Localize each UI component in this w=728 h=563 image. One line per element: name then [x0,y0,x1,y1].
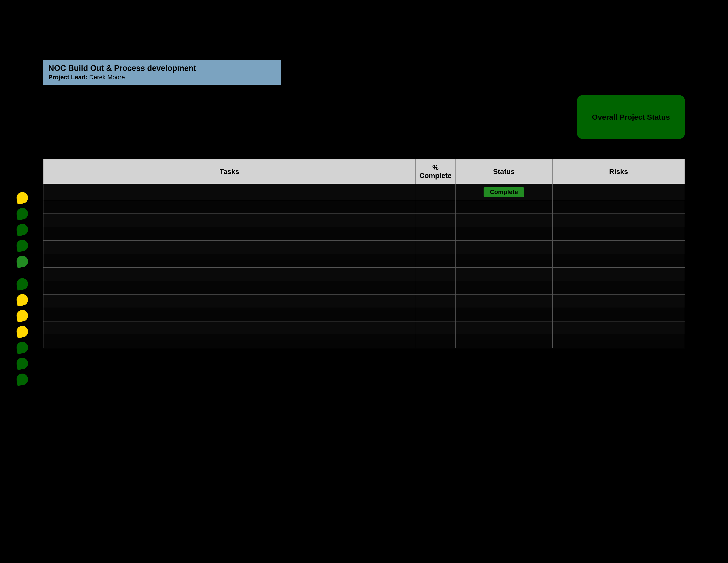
task-cell-3 [43,214,416,227]
task-cell-8 [43,281,416,295]
bullet-indicator-6 [16,277,29,291]
task-cell-2 [43,200,416,214]
table-row [43,241,685,254]
complete-cell-7 [416,267,455,281]
complete-cell-2 [416,200,455,214]
bullets-column [17,192,28,390]
table-row: Complete [43,184,685,200]
table-row [43,295,685,308]
table-row [43,335,685,349]
complete-cell-12 [416,335,455,349]
bullet-indicator-1 [16,191,29,204]
col-header-risks: Risks [552,159,685,184]
bullet-indicator-2 [16,207,29,220]
table-row [43,322,685,335]
col-header-tasks: Tasks [43,159,416,184]
status-cell-12 [455,335,552,349]
bullet-indicator-10 [16,341,29,354]
project-lead-label: Project Lead: [48,74,87,81]
main-table-container: Tasks % Complete Status Risks Complete [43,159,685,349]
status-cell-11 [455,322,552,335]
col-header-complete: % Complete [416,159,455,184]
bullet-indicator-11 [16,357,29,370]
bullet-indicator-3 [16,223,29,236]
status-cell-8 [455,281,552,295]
bullet-indicator-8 [16,309,29,322]
status-cell-9 [455,295,552,308]
complete-cell-10 [416,308,455,322]
risks-cell-7 [552,267,685,281]
risks-cell-10 [552,308,685,322]
status-cell-1: Complete [455,184,552,200]
complete-cell-9 [416,295,455,308]
task-cell-11 [43,322,416,335]
table-header-row: Tasks % Complete Status Risks [43,159,685,184]
status-cell-5 [455,241,552,254]
task-cell-9 [43,295,416,308]
bullet-indicator-9 [16,325,29,338]
task-cell-7 [43,267,416,281]
project-title: NOC Build Out & Process development [48,64,276,73]
complete-cell-4 [416,227,455,241]
table-row [43,227,685,241]
status-cell-3 [455,214,552,227]
risks-cell-5 [552,241,685,254]
bullet-indicator-7 [16,293,29,307]
complete-cell-5 [416,241,455,254]
table-row [43,308,685,322]
status-badge-complete: Complete [484,187,524,197]
project-lead-name: Derek Moore [89,74,125,81]
risks-cell-6 [552,254,685,267]
overall-status-box: Overall Project Status [577,95,685,139]
status-cell-7 [455,267,552,281]
risks-cell-12 [552,335,685,349]
overall-status-text: Overall Project Status [590,111,672,124]
complete-cell-6 [416,254,455,267]
risks-cell-11 [552,322,685,335]
task-cell-12 [43,335,416,349]
bullet-indicator-12 [16,373,29,386]
status-cell-2 [455,200,552,214]
status-cell-10 [455,308,552,322]
project-header: NOC Build Out & Process development Proj… [43,60,281,85]
complete-cell-1 [416,184,455,200]
task-cell-4 [43,227,416,241]
project-lead: Project Lead: Derek Moore [48,74,276,81]
risks-cell-3 [552,214,685,227]
table-row [43,214,685,227]
risks-cell-1 [552,184,685,200]
complete-cell-3 [416,214,455,227]
tasks-table: Tasks % Complete Status Risks Complete [43,159,685,349]
table-row [43,267,685,281]
task-cell-1 [43,184,416,200]
table-row [43,254,685,267]
status-cell-6 [455,254,552,267]
col-header-status: Status [455,159,552,184]
table-row [43,281,685,295]
complete-cell-11 [416,322,455,335]
bullet-indicator-4 [16,239,29,252]
table-row [43,200,685,214]
status-cell-4 [455,227,552,241]
task-cell-10 [43,308,416,322]
risks-cell-4 [552,227,685,241]
task-cell-6 [43,254,416,267]
complete-cell-8 [416,281,455,295]
bullet-indicator-5 [16,255,29,268]
risks-cell-2 [552,200,685,214]
task-cell-5 [43,241,416,254]
risks-cell-8 [552,281,685,295]
risks-cell-9 [552,295,685,308]
